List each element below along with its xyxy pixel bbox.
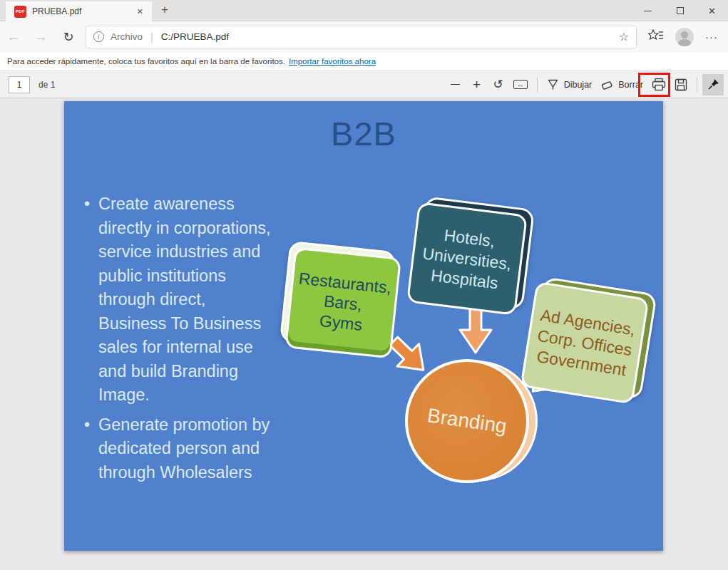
tab-close-icon[interactable]: ✕ [134,6,146,18]
forward-button[interactable]: → [27,29,54,45]
rotate-button[interactable]: ↺ [488,74,509,95]
toolbar-separator [537,78,538,92]
eraser-icon [600,79,613,90]
bullet-text: Generate promotion by dedicated person a… [98,413,270,485]
bullet-item: • Generate promotion by dedicated person… [76,413,318,485]
pdf-toolbar: de 1 + ↺ ↔ Dibujar Borrar [0,71,728,98]
bullet-marker: • [76,413,98,485]
fit-to-width-icon: ↔ [513,80,528,89]
slide-bullet-list: • Create awareness directly in corporati… [76,192,318,490]
pin-toolbar-button[interactable] [702,74,724,95]
address-separator: | [150,31,153,43]
pin-icon [707,78,719,90]
browser-tab[interactable]: PDF PRUEBA.pdf ✕ [6,1,152,21]
fit-to-width-button[interactable]: ↔ [509,74,532,95]
info-icon[interactable]: i [93,31,104,42]
tab-title: PRUEBA.pdf [32,6,134,16]
bullet-item: • Create awareness directly in corporati… [76,192,318,408]
rotate-icon: ↺ [493,77,503,92]
save-icon [675,78,687,91]
branding-label: Branding [426,404,508,437]
box-agencies: Ad Agencies, Corp. Offices Government [520,281,649,404]
address-bar[interactable]: i Archivo | C:/PRUEBA.pdf ☆ [86,26,637,48]
draw-button[interactable]: Dibujar [543,74,597,95]
minimize-icon [644,11,652,11]
zoom-in-icon: + [473,78,481,91]
bullet-marker: • [76,192,98,408]
nav-right-group: ··· [648,28,728,46]
box-agencies-text: Ad Agencies, Corp. Offices Government [520,281,649,404]
page-total-label: de 1 [39,80,55,90]
new-tab-button[interactable]: + [157,3,173,17]
favorites-notification-bar: Para acceder rápidamente, coloca tus fav… [0,52,728,71]
box-hotels: Hotels, Universities, Hospitals [406,202,528,316]
bullet-text: Create awareness directly in corporation… [98,192,271,408]
window-controls: ✕ [632,0,728,21]
maximize-icon [677,7,684,14]
pdf-page-slide: B2B • Create awareness directly in corpo… [64,101,663,551]
print-highlight-annotation [638,73,670,97]
favorites-message: Para acceder rápidamente, coloca tus fav… [7,57,285,66]
profile-avatar[interactable] [675,28,694,46]
zoom-in-button[interactable]: + [466,74,488,95]
toolbar-separator [697,78,697,92]
back-button[interactable]: ← [0,29,27,45]
box-restaurants: Restaurants, Bars, Gyms [284,247,401,359]
more-options-button[interactable]: ··· [705,31,718,43]
branding-circle: Branding [405,359,529,483]
pdf-viewer: B2B • Create awareness directly in corpo… [0,98,728,570]
pdf-toolbar-actions: + ↺ ↔ Dibujar Borrar [445,74,728,95]
arrow-from-hotels [456,305,496,356]
maximize-button[interactable] [664,0,696,21]
favorites-list-icon [648,29,664,41]
zoom-out-icon [451,84,460,86]
page-number-input[interactable] [9,76,30,93]
close-icon: ✕ [708,6,716,16]
save-button[interactable] [670,74,692,95]
add-favorite-icon[interactable]: ☆ [619,30,629,43]
box-hotels-text: Hotels, Universities, Hospitals [406,202,528,316]
address-url[interactable]: C:/PRUEBA.pdf [161,31,619,42]
title-bar: PDF PRUEBA.pdf ✕ + ✕ [0,0,728,21]
zoom-out-button[interactable] [445,74,466,95]
refresh-button[interactable]: ↻ [54,29,83,45]
draw-label: Dibujar [564,80,593,90]
favorites-hub-button[interactable] [648,29,664,44]
pen-icon [547,78,559,90]
navigation-bar: ← → ↻ i Archivo | C:/PRUEBA.pdf ☆ ··· [0,21,728,52]
import-favorites-link[interactable]: Importar favoritos ahora [289,57,376,66]
close-button[interactable]: ✕ [696,0,728,21]
box-restaurants-text: Restaurants, Bars, Gyms [284,247,401,359]
pdf-file-icon: PDF [14,6,26,18]
slide-title: B2B [64,114,663,153]
address-file-label: Archivo [111,31,143,42]
minimize-button[interactable] [632,0,664,21]
